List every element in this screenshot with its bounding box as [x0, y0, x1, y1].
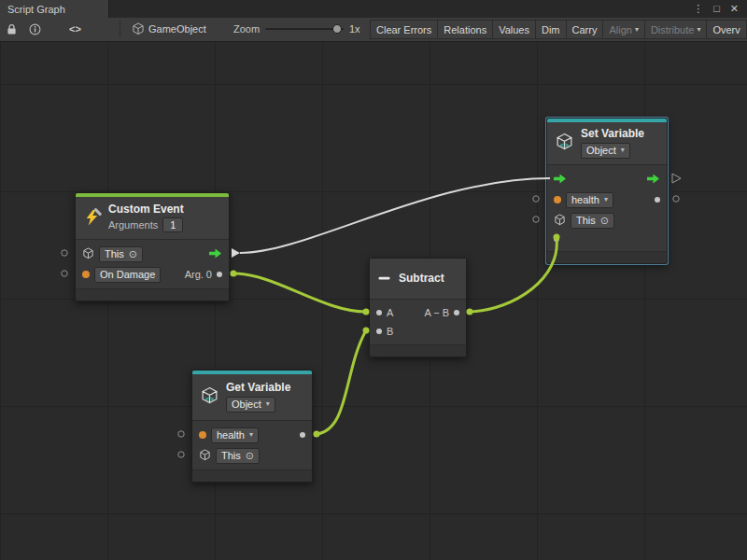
cube-icon	[199, 449, 211, 463]
chevron-down-icon: ▾	[697, 26, 700, 34]
get-variable-header[interactable]: <> Get Variable Object ▾	[192, 374, 312, 421]
new-value-input-port[interactable]	[554, 236, 559, 242]
unconnected-port-circle[interactable]	[62, 271, 67, 276]
get-variable-body: health ▾ This ⊙	[192, 421, 312, 469]
input-a-row: A A − B	[370, 303, 466, 322]
clear-errors-button[interactable]: Clear Errors	[370, 20, 437, 39]
unconnected-port-circle[interactable]	[178, 452, 184, 457]
chevron-down-icon: ▾	[249, 431, 253, 439]
output-label: A − B	[424, 307, 449, 318]
get-variable-node[interactable]: <> Get Variable Object ▾ health ▾	[191, 370, 313, 483]
variable-cube-icon: <>	[555, 133, 574, 154]
unconnected-flow-triangle-icon[interactable]	[672, 174, 681, 183]
event-name-field[interactable]: On Damage	[94, 267, 161, 283]
value-output-port[interactable]	[655, 197, 660, 203]
zoom-slider[interactable]	[265, 18, 344, 40]
unconnected-port-circle[interactable]	[673, 196, 679, 202]
custom-event-node[interactable]: Custom Event Arguments 1 This	[75, 192, 230, 301]
chevron-down-icon: ▾	[635, 26, 639, 34]
cube-icon	[554, 214, 566, 228]
zoom-slider-knob[interactable]	[332, 24, 342, 34]
window-controls: ⋮ □ ✕	[693, 0, 747, 18]
tab-bar: Script Graph ⋮ □ ✕	[0, 0, 747, 18]
variable-name-row: health ▾	[547, 189, 667, 210]
wire-getvariable-subtract-b[interactable]	[317, 330, 366, 434]
string-port-icon[interactable]	[199, 431, 206, 439]
node-title: Subtract	[399, 273, 444, 286]
chevron-down-icon: ▾	[604, 196, 608, 203]
close-icon[interactable]: ✕	[730, 4, 739, 14]
wire-flow-customevent-setvariable[interactable]	[240, 178, 550, 253]
chevron-down-icon: ▾	[621, 147, 625, 154]
unconnected-port-circle[interactable]	[533, 196, 539, 202]
this-object-field[interactable]: This ⊙	[216, 448, 260, 464]
target-icon: ⊙	[600, 216, 609, 226]
event-name-row: On Damage Arg. 0	[76, 264, 229, 285]
minus-icon	[377, 271, 392, 287]
graph-canvas[interactable]: Custom Event Arguments 1 This	[0, 42, 747, 560]
menu-icon[interactable]: ⋮	[693, 4, 703, 14]
target-port-row: This ⊙	[192, 445, 312, 466]
flow-input-arrow-icon[interactable]	[554, 174, 567, 186]
align-button[interactable]: Align ▾	[602, 20, 643, 39]
unconnected-port-circle[interactable]	[533, 217, 539, 222]
zoom-label: Zoom	[233, 18, 260, 40]
this-object-field[interactable]: This ⊙	[571, 213, 614, 229]
node-title: Set Variable	[581, 128, 644, 141]
scope-dropdown[interactable]: Object ▾	[226, 397, 275, 413]
toolbar-buttons: Clear Errors Relations Values Dim Carry …	[370, 20, 747, 39]
input-a-port[interactable]	[376, 310, 382, 315]
this-object-field[interactable]: This ⊙	[99, 246, 143, 262]
unconnected-port-circle[interactable]	[62, 250, 67, 256]
variable-name-row: health ▾	[192, 425, 312, 445]
node-footer	[370, 344, 466, 357]
subtract-node[interactable]: Subtract A A − B B	[369, 258, 467, 357]
gameobject-reference[interactable]: GameObject	[133, 18, 206, 40]
unconnected-port-circle[interactable]	[178, 431, 184, 437]
cube-icon	[82, 247, 94, 261]
graph-toolbar: <> GameObject Zoom 1x Clear Errors Relat…	[0, 18, 747, 42]
connected-port-dot[interactable]	[467, 309, 473, 315]
variable-name-dropdown[interactable]: health ▾	[211, 427, 259, 443]
string-port-icon[interactable]	[554, 196, 561, 203]
values-button[interactable]: Values	[492, 20, 535, 39]
arguments-label: Arguments	[108, 219, 158, 231]
flow-output-arrow-icon[interactable]	[647, 174, 660, 186]
dim-button[interactable]: Dim	[535, 20, 566, 39]
variable-cube-icon: <>	[200, 386, 219, 408]
input-b-row: B	[370, 322, 466, 341]
flow-port-row	[547, 169, 667, 189]
arguments-input[interactable]: 1	[162, 217, 183, 232]
string-port-icon[interactable]	[82, 271, 90, 278]
wire-arg0-subtract-a[interactable]	[233, 273, 366, 312]
maximize-icon[interactable]: □	[713, 4, 720, 14]
distribute-button[interactable]: Distribute ▾	[644, 20, 706, 39]
variable-name-dropdown[interactable]: health ▾	[566, 192, 613, 208]
zoom-slider-track[interactable]	[265, 28, 344, 30]
tab-script-graph[interactable]: Script Graph	[0, 0, 109, 18]
info-icon[interactable]	[29, 18, 41, 40]
carry-button[interactable]: Carry	[566, 20, 603, 39]
value-output-port[interactable]	[300, 432, 305, 438]
custom-event-header[interactable]: Custom Event Arguments 1	[76, 197, 229, 240]
output-port[interactable]	[454, 310, 459, 315]
lock-icon[interactable]	[7, 18, 17, 40]
subtract-header[interactable]: Subtract	[370, 259, 466, 300]
unity-script-graph-window: Script Graph ⋮ □ ✕ <>	[0, 0, 747, 560]
relations-button[interactable]: Relations	[437, 20, 492, 39]
tab-label: Script Graph	[7, 4, 65, 15]
set-variable-header[interactable]: <> Set Variable Object ▾	[547, 122, 667, 165]
gameobject-cube-icon	[133, 22, 144, 36]
code-graph-icon[interactable]: <>	[69, 18, 81, 40]
connected-port-dot[interactable]	[231, 271, 237, 277]
flow-output-arrow-icon[interactable]	[209, 248, 222, 260]
arg0-output-port[interactable]	[217, 272, 222, 277]
scope-dropdown[interactable]: Object ▾	[581, 143, 630, 159]
wire-subtract-setvariable-value[interactable]	[470, 238, 557, 312]
overview-button[interactable]: Overv	[706, 20, 746, 39]
connected-port-dot[interactable]	[314, 431, 320, 438]
set-variable-node[interactable]: <> Set Variable Object ▾	[546, 118, 668, 264]
svg-text:<>: <>	[560, 141, 570, 149]
toolbar-separator	[120, 21, 120, 37]
input-b-port[interactable]	[376, 329, 382, 334]
